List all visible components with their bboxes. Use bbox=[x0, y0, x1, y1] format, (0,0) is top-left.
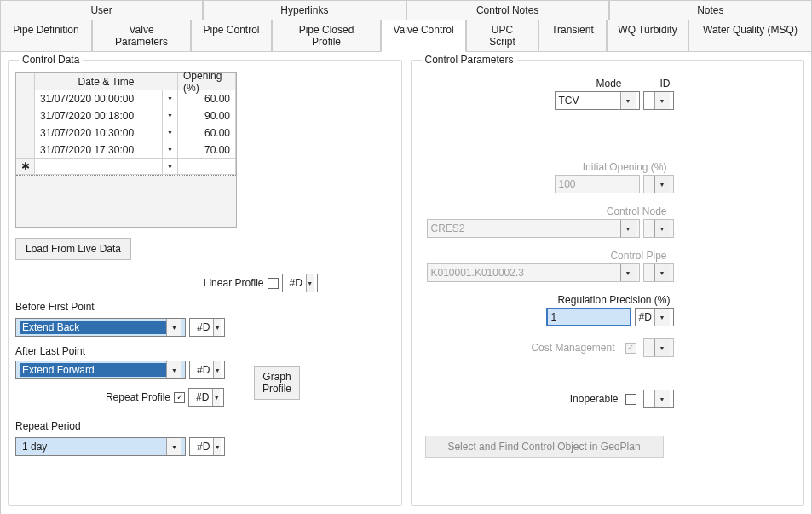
tab-pipe-closed-profile[interactable]: Pipe Closed Profile bbox=[272, 20, 381, 52]
after-last-point-flag[interactable]: #D ▼ bbox=[189, 361, 225, 379]
chevron-down-icon: ▼ bbox=[167, 164, 173, 170]
control-node-select: CRES2 ▼ bbox=[427, 219, 640, 238]
control-pipe-flag: ▼ bbox=[643, 263, 674, 282]
inoperable-checkbox[interactable] bbox=[625, 394, 636, 405]
grid-header-opening: Opening (%) bbox=[178, 73, 236, 90]
grid-row[interactable]: 31/07/2020 17:30:00 ▼ 70.00 bbox=[16, 141, 236, 159]
chevron-down-icon[interactable]: ▼ bbox=[166, 319, 181, 336]
repeat-profile-checkbox[interactable] bbox=[174, 392, 185, 403]
linear-profile-flag[interactable]: #D ▼ bbox=[282, 274, 318, 292]
tab-valve-control[interactable]: Valve Control bbox=[381, 20, 466, 52]
tabs-row-top: User Hyperlinks Control Notes Notes bbox=[0, 0, 812, 20]
tab-valve-parameters[interactable]: Valve Parameters bbox=[92, 20, 191, 52]
inoperable-flag[interactable]: ▼ bbox=[643, 390, 674, 408]
chevron-down-icon[interactable]: ▼ bbox=[166, 361, 181, 378]
initial-opening-input: 100 bbox=[555, 175, 640, 193]
regulation-precision-flag[interactable]: #D ▼ bbox=[635, 308, 674, 326]
control-parameters-title: Control Parameters bbox=[422, 54, 517, 66]
chevron-down-icon: ▼ bbox=[654, 264, 670, 281]
chevron-down-icon: ▼ bbox=[654, 339, 670, 356]
control-pipe-label: Control Pipe bbox=[610, 250, 670, 262]
load-from-live-data-button[interactable]: Load From Live Data bbox=[15, 238, 131, 260]
initial-opening-label: Initial Opening (%) bbox=[583, 161, 671, 173]
after-last-point-label: After Last Point bbox=[15, 345, 394, 357]
grid-cell-opening[interactable]: 60.00 bbox=[178, 90, 236, 107]
tab-pipe-definition[interactable]: Pipe Definition bbox=[0, 20, 92, 52]
repeat-profile-label: Repeat Profile bbox=[15, 391, 174, 403]
chevron-down-icon[interactable]: ▼ bbox=[306, 274, 314, 292]
linear-profile-label: Linear Profile bbox=[15, 277, 268, 289]
tab-wq-turbidity[interactable]: WQ Turbidity bbox=[607, 20, 688, 52]
grid-row[interactable]: 31/07/2020 00:00:00 ▼ 60.00 bbox=[16, 90, 236, 107]
chevron-down-icon: ▼ bbox=[620, 220, 636, 237]
chevron-down-icon[interactable]: ▼ bbox=[213, 319, 221, 336]
tab-water-quality-msq[interactable]: Water Quality (MSQ) bbox=[688, 20, 812, 52]
chevron-down-icon: ▼ bbox=[620, 264, 636, 281]
regulation-precision-label: Regulation Precision (%) bbox=[557, 294, 670, 306]
grid-header-datetime: Date & Time bbox=[35, 73, 178, 90]
after-last-point-select[interactable]: Extend Forward ▼ bbox=[15, 361, 186, 379]
grid-row-marker bbox=[16, 90, 35, 107]
grid-new-row-marker: ✱ bbox=[16, 159, 35, 175]
mode-select[interactable]: TCV ▼ bbox=[555, 91, 640, 110]
cost-management-flag: ▼ bbox=[643, 338, 674, 357]
chevron-down-icon: ▼ bbox=[167, 113, 173, 118]
grid-row-new[interactable]: ✱ ▼ bbox=[16, 159, 236, 176]
tab-pipe-control[interactable]: Pipe Control bbox=[191, 20, 272, 52]
mode-label: Mode bbox=[596, 78, 621, 90]
linear-profile-checkbox[interactable] bbox=[268, 278, 279, 289]
chevron-down-icon: ▼ bbox=[167, 130, 173, 136]
tab-notes[interactable]: Notes bbox=[609, 0, 812, 20]
control-data-panel: Control Data Date & Time Opening (%) 31/… bbox=[8, 60, 402, 506]
chevron-down-icon: ▼ bbox=[654, 176, 670, 193]
control-data-grid[interactable]: Date & Time Opening (%) 31/07/2020 00:00… bbox=[15, 72, 237, 228]
chevron-down-icon[interactable]: ▼ bbox=[654, 309, 670, 326]
chevron-down-icon[interactable]: ▼ bbox=[654, 390, 670, 407]
repeat-period-select[interactable]: 1 day ▼ bbox=[15, 437, 186, 456]
grid-footer bbox=[16, 176, 236, 227]
chevron-down-icon: ▼ bbox=[167, 147, 173, 153]
control-parameters-panel: Control Parameters Mode ID TCV ▼ ▼ bbox=[411, 60, 805, 506]
chevron-down-icon[interactable]: ▼ bbox=[654, 92, 670, 109]
before-first-point-flag[interactable]: #D ▼ bbox=[189, 318, 225, 337]
repeat-profile-flag[interactable]: #D ▼ bbox=[188, 388, 224, 407]
tab-transient[interactable]: Transient bbox=[538, 20, 607, 52]
control-data-title: Control Data bbox=[19, 54, 83, 66]
id-label: ID bbox=[660, 78, 671, 90]
cost-management-label: Cost Management bbox=[531, 342, 618, 354]
initial-opening-flag: ▼ bbox=[643, 175, 674, 193]
control-node-label: Control Node bbox=[607, 205, 671, 217]
tab-user[interactable]: User bbox=[0, 0, 203, 20]
regulation-precision-input[interactable]: 1 bbox=[546, 308, 631, 326]
control-node-flag: ▼ bbox=[643, 219, 674, 238]
chevron-down-icon[interactable]: ▼ bbox=[213, 361, 221, 378]
tab-upc-script[interactable]: UPC Script bbox=[466, 20, 538, 52]
chevron-down-icon: ▼ bbox=[654, 220, 670, 237]
tab-control-notes[interactable]: Control Notes bbox=[406, 0, 609, 20]
chevron-down-icon[interactable]: ▼ bbox=[166, 438, 181, 455]
graph-profile-button[interactable]: Graph Profile bbox=[254, 366, 300, 400]
before-first-point-select[interactable]: Extend Back ▼ bbox=[15, 318, 186, 337]
repeat-period-flag[interactable]: #D ▼ bbox=[189, 437, 225, 456]
inoperable-label: Inoperable bbox=[570, 393, 619, 405]
grid-row[interactable]: 31/07/2020 00:18:00 ▼ 90.00 bbox=[16, 107, 236, 124]
control-pipe-select: K010001.K010002.3 ▼ bbox=[427, 263, 640, 282]
grid-header-marker bbox=[16, 73, 35, 90]
chevron-down-icon[interactable]: ▼ bbox=[620, 92, 636, 109]
find-control-object-button: Select and Find Control Object in GeoPla… bbox=[425, 436, 664, 458]
tabs-row-bottom: Pipe Definition Valve Parameters Pipe Co… bbox=[0, 20, 812, 52]
grid-datetime-dropdown[interactable]: ▼ bbox=[163, 90, 178, 107]
tab-hyperlinks[interactable]: Hyperlinks bbox=[203, 0, 406, 20]
chevron-down-icon[interactable]: ▼ bbox=[213, 438, 221, 455]
chevron-down-icon: ▼ bbox=[167, 95, 173, 101]
cost-management-checkbox bbox=[625, 343, 636, 354]
repeat-period-label: Repeat Period bbox=[15, 420, 394, 432]
mode-flag[interactable]: ▼ bbox=[643, 91, 674, 110]
chevron-down-icon[interactable]: ▼ bbox=[212, 389, 220, 406]
grid-row[interactable]: 31/07/2020 10:30:00 ▼ 60.00 bbox=[16, 124, 236, 141]
grid-cell-datetime[interactable]: 31/07/2020 00:00:00 bbox=[35, 90, 163, 107]
before-first-point-label: Before First Point bbox=[15, 301, 394, 313]
